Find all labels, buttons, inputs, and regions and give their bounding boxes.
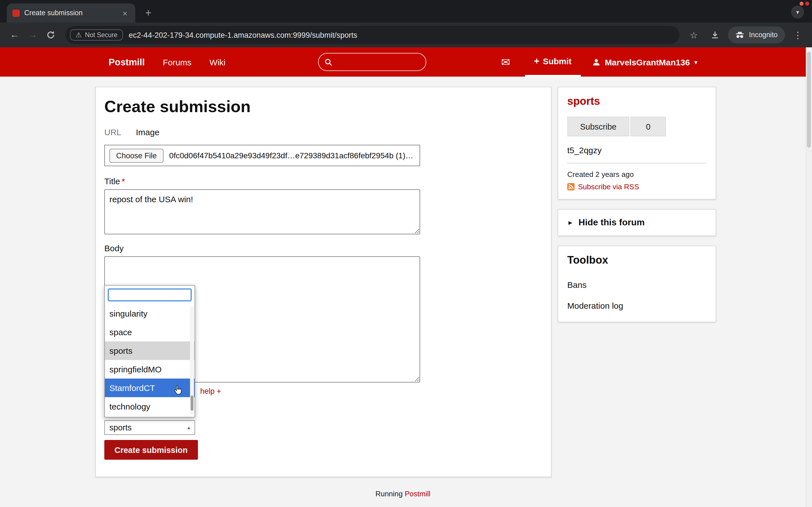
chevron-down-icon: ▾	[695, 59, 697, 65]
indicator-dot	[805, 2, 809, 6]
dropdown-scrollbar-thumb[interactable]	[191, 395, 193, 411]
mouse-cursor	[174, 385, 182, 397]
downloads-button[interactable]	[707, 26, 724, 43]
site: Postmill Forums Wiki ✉ + Submit MarvelsG…	[0, 47, 806, 507]
tab-title: Create submission	[24, 9, 116, 17]
footer-running-label: Running	[375, 490, 403, 498]
site-navbar: Postmill Forums Wiki ✉ + Submit MarvelsG…	[0, 47, 806, 76]
incognito-icon	[735, 32, 745, 38]
reload-icon	[46, 31, 55, 40]
create-submission-button[interactable]: Create submission	[104, 440, 198, 460]
triangle-right-icon: ►	[567, 219, 573, 226]
chevron-up-icon: ▴	[188, 425, 190, 431]
title-textarea[interactable]: repost of the USA win!	[104, 189, 420, 234]
dropdown-option[interactable]: space	[105, 323, 195, 341]
new-tab-button[interactable]: +	[141, 7, 156, 19]
rss-link[interactable]: Subscribe via RSS	[578, 182, 639, 191]
required-mark: *	[122, 176, 125, 186]
page-body: Create submission URL Image Choose File …	[0, 76, 806, 507]
url-text[interactable]: ec2-44-202-179-34.compute-1.amazonaws.co…	[129, 31, 357, 39]
not-secure-label: Not Secure	[85, 32, 117, 38]
back-button[interactable]: ←	[6, 26, 24, 44]
download-icon	[711, 31, 720, 40]
messages-icon[interactable]: ✉	[501, 57, 510, 67]
footer-postmill-link[interactable]: Postmill	[405, 490, 430, 498]
tab-close-icon[interactable]: ×	[120, 8, 130, 18]
toolbar-actions: ☆ Incognito ⋮	[686, 26, 806, 43]
search-input[interactable]	[337, 58, 416, 66]
incognito-label: Incognito	[749, 31, 777, 39]
browser-tabstrip: Create submission × + ▾	[0, 0, 812, 22]
footer: Running Postmill	[95, 490, 806, 498]
body-label: Body	[104, 243, 540, 253]
indicator-dot	[800, 2, 804, 6]
address-bar[interactable]: ⚠ Not Secure ec2-44-202-179-34.compute-1…	[65, 26, 680, 44]
page-title: Create submission	[104, 98, 540, 116]
hide-forum-card: ► Hide this forum	[558, 209, 716, 236]
dropdown-option[interactable]: springfieldMO	[105, 360, 195, 379]
warning-icon: ⚠	[75, 31, 82, 39]
site-search[interactable]	[318, 53, 426, 71]
subscriber-count[interactable]: 0	[630, 117, 666, 136]
hide-forum-label: Hide this forum	[578, 217, 645, 228]
rss-icon	[567, 183, 574, 190]
dropdown-scrollbar[interactable]	[190, 306, 194, 415]
dropdown-option[interactable]: singularity	[105, 304, 195, 323]
tab-image[interactable]: Image	[136, 127, 159, 137]
screen: Create submission × + ▾ ← → ⚠ Not Secure…	[0, 0, 812, 507]
search-icon	[325, 58, 333, 66]
forum-info-card: sports Subscribe 0 t5_2qgzy Created 2 ye…	[558, 87, 716, 200]
brand-link[interactable]: Postmill	[109, 57, 145, 67]
forward-button[interactable]: →	[24, 26, 42, 44]
hide-forum-toggle[interactable]: ► Hide this forum	[567, 217, 707, 228]
tab-favicon-icon	[12, 9, 20, 17]
page-scrollbar-thumb[interactable]	[807, 52, 811, 148]
submission-type-tabs: URL Image	[104, 127, 540, 137]
user-menu[interactable]: MarvelsGrantMan136 ▾	[592, 57, 697, 67]
forum-dropdown-popup: singularity space sports springfieldMO S…	[104, 285, 195, 417]
plus-icon: +	[534, 55, 540, 67]
choose-file-button[interactable]: Choose File	[109, 149, 163, 163]
status-indicator-dots	[800, 2, 809, 6]
dropdown-option-selected[interactable]: sports	[105, 341, 195, 360]
forum-title: t5_2qgzy	[567, 145, 707, 155]
not-secure-chip[interactable]: ⚠ Not Secure	[70, 29, 123, 41]
incognito-badge: Incognito	[728, 26, 785, 43]
bookmark-star-icon[interactable]: ☆	[686, 26, 702, 43]
divider	[567, 163, 707, 163]
toolbox-card: Toolbox Bans Moderation log	[558, 245, 716, 322]
toolbox-item-moderation-log[interactable]: Moderation log	[567, 301, 707, 311]
nav-submit-link[interactable]: + Submit	[525, 47, 581, 76]
user-icon	[592, 58, 600, 66]
tab-url[interactable]: URL	[104, 127, 121, 137]
tab-search-button[interactable]: ▾	[791, 6, 804, 18]
forum-select[interactable]: sports ▴	[104, 420, 195, 435]
forum-select-value: sports	[109, 423, 132, 432]
forum-created: Created 2 years ago	[567, 170, 707, 179]
page-scrollbar[interactable]	[806, 47, 812, 507]
subscribe-button[interactable]: Subscribe	[567, 117, 629, 136]
formatting-help-link[interactable]: help +	[200, 387, 221, 395]
nav-link-forums[interactable]: Forums	[163, 57, 192, 67]
username-label: MarvelsGrantMan136	[605, 57, 690, 67]
sidebar: sports Subscribe 0 t5_2qgzy Created 2 ye…	[558, 87, 716, 322]
forum-name[interactable]: sports	[567, 95, 707, 108]
browser-tab[interactable]: Create submission ×	[7, 3, 135, 22]
create-submission-card: Create submission URL Image Choose File …	[95, 87, 552, 477]
reload-button[interactable]	[42, 26, 60, 44]
dropdown-option[interactable]: technology	[105, 397, 195, 416]
dropdown-search-input[interactable]	[108, 288, 192, 301]
browser-menu-button[interactable]: ⋮	[790, 26, 806, 43]
toolbox-item-bans[interactable]: Bans	[567, 280, 707, 290]
browser-toolbar: ← → ⚠ Not Secure ec2-44-202-179-34.compu…	[0, 22, 812, 47]
nav-submit-label: Submit	[543, 56, 571, 66]
file-name: 0fc0d06f47b5410a29e93d49f23df…e729389d31…	[169, 151, 415, 160]
nav-link-wiki[interactable]: Wiki	[209, 57, 225, 67]
toolbox-title: Toolbox	[567, 254, 707, 267]
file-input[interactable]: Choose File 0fc0d06f47b5410a29e93d49f23d…	[104, 145, 420, 166]
title-label: Title*	[104, 176, 540, 186]
